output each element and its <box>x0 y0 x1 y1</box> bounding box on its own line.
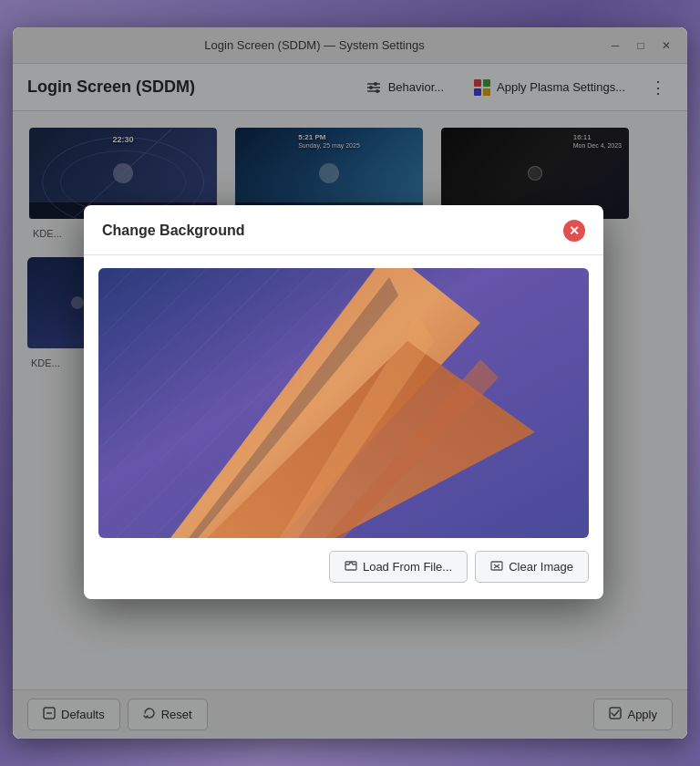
change-background-dialog: Change Background ✕ <box>84 205 603 599</box>
dialog-close-button[interactable]: ✕ <box>563 220 585 242</box>
main-window: Login Screen (SDDM) — System Settings ─ … <box>13 27 687 739</box>
wallpaper-svg <box>98 268 589 538</box>
clear-image-label: Clear Image <box>509 560 573 574</box>
load-from-file-label: Load From File... <box>363 560 452 574</box>
dialog-body: Load From File... Clear Image <box>84 255 603 599</box>
dialog-close-icon: ✕ <box>569 223 580 238</box>
image-preview <box>98 268 589 538</box>
load-from-file-button[interactable]: Load From File... <box>329 551 468 583</box>
image-preview-container <box>98 268 589 538</box>
clear-image-icon <box>490 559 503 574</box>
dialog-footer: Load From File... Clear Image <box>98 551 589 586</box>
clear-image-button[interactable]: Clear Image <box>475 551 589 583</box>
load-file-icon <box>345 559 357 574</box>
dialog-header: Change Background ✕ <box>84 205 603 255</box>
dialog-title: Change Background <box>102 223 563 239</box>
